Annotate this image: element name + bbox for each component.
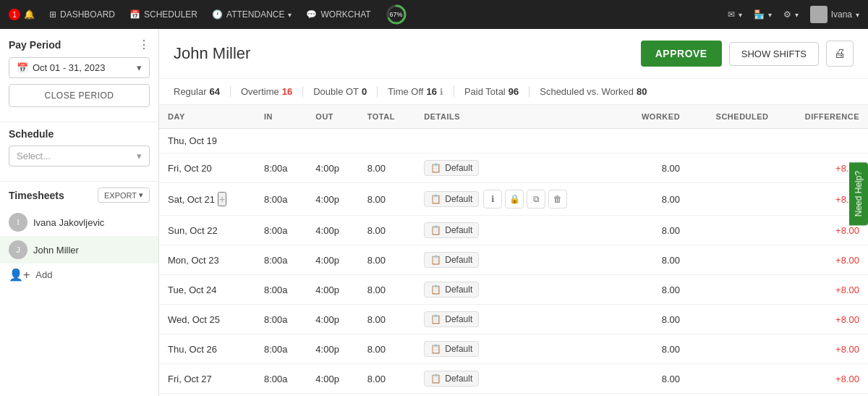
overtime-value: 16 — [282, 86, 292, 97]
time-off-value: 16 — [426, 86, 436, 97]
cell-scheduled — [689, 129, 777, 153]
col-total: TOTAL — [359, 105, 416, 129]
cell-difference — [778, 129, 868, 153]
nav-workchat[interactable]: 💬 WORKCHAT — [306, 9, 370, 20]
show-shifts-button[interactable]: SHOW SHIFTS — [729, 42, 819, 66]
schedule-chevron-icon: ▾ — [137, 151, 142, 161]
help-button[interactable]: Need Help? — [849, 162, 868, 225]
summary-regular: Regular 64 — [174, 86, 231, 97]
schedule-tag[interactable]: 📋Default — [424, 341, 479, 357]
cell-difference: +8.00 — [778, 305, 868, 334]
schedule-tag[interactable]: 📋Default — [424, 222, 479, 238]
cell-day: Sun, Oct 22 — [159, 216, 255, 245]
pay-period-more-button[interactable]: ⋮ — [138, 38, 150, 51]
timesheets-title: Timesheets — [9, 190, 64, 201]
cell-day: Wed, Oct 25 — [159, 305, 255, 334]
attendance-chevron: ▾ — [288, 11, 292, 19]
print-icon: 🖨 — [834, 47, 846, 59]
main-layout: Pay Period ⋮ 📅 Oct 01 - 31, 2023 ▾ CLOSE… — [0, 29, 868, 396]
paid-total-label: Paid Total — [464, 86, 506, 97]
copy-action-button[interactable]: ⧉ — [527, 190, 545, 208]
cell-worked: 8.00 — [618, 245, 689, 275]
cell-in: 8:00a — [255, 334, 307, 364]
cell-out: 4:00p — [307, 364, 358, 394]
time-off-info-icon[interactable]: ℹ — [440, 87, 443, 97]
cell-details: 📋Default — [415, 334, 618, 364]
double-ot-value: 0 — [362, 86, 367, 97]
summary-time-off: Time Off 16 ℹ — [388, 86, 454, 97]
bell-notification[interactable]: 1 🔔 — [9, 9, 35, 20]
date-range-value: Oct 01 - 31, 2023 — [33, 62, 137, 73]
delete-action-button[interactable]: 🗑 — [548, 190, 567, 208]
schedule-tag[interactable]: 📋Default — [424, 371, 479, 387]
store-button[interactable]: 🏪 ▾ — [754, 9, 772, 20]
schedule-tag[interactable]: 📋Default — [424, 311, 479, 327]
date-range-select[interactable]: 📅 Oct 01 - 31, 2023 ▾ — [9, 57, 150, 78]
timesheet-user-john[interactable]: J John Miller — [0, 236, 158, 264]
add-shift-button[interactable]: + — [218, 192, 226, 206]
nav-dashboard[interactable]: ⊞ DASHBOARD — [49, 9, 115, 20]
cell-difference: +8.00 — [778, 245, 868, 275]
cell-in — [255, 129, 307, 153]
scheduled-worked-value: 80 — [637, 86, 647, 97]
summary-overtime: Overtime 16 — [241, 86, 303, 97]
tag-calendar-icon: 📋 — [430, 255, 441, 265]
export-button[interactable]: EXPORT ▾ — [98, 188, 150, 203]
progress-ring[interactable]: 67% — [386, 4, 407, 25]
messages-button[interactable]: ✉ ▾ — [728, 9, 742, 20]
cell-worked: 8.00 — [618, 334, 689, 364]
schedule-tag[interactable]: 📋Default — [424, 252, 479, 268]
table-row: Thu, Oct 268:00a4:00p8.00📋Default8.00+8.… — [159, 334, 868, 364]
tag-label: Default — [445, 285, 472, 295]
scheduler-icon: 📅 — [129, 9, 140, 20]
tag-calendar-icon: 📋 — [430, 194, 441, 204]
info-action-button[interactable]: ℹ — [483, 190, 502, 208]
timesheet-user-ivana[interactable]: I Ivana Jakovljevic — [0, 208, 158, 236]
main-content: John Miller APPROVE SHOW SHIFTS 🖨 Regula… — [159, 29, 868, 396]
cell-scheduled — [689, 364, 777, 394]
cell-worked: 8.00 — [618, 364, 689, 394]
table-row: Thu, Oct 19 — [159, 129, 868, 153]
print-button[interactable]: 🖨 — [826, 41, 854, 67]
user-menu[interactable]: Ivana ▾ — [810, 6, 859, 23]
summary-bar: Regular 64 Overtime 16 Double OT 0 Time … — [159, 79, 868, 105]
schedule-tag[interactable]: 📋Default — [424, 160, 479, 176]
notification-badge: 1 — [9, 9, 20, 20]
john-avatar: J — [9, 240, 27, 259]
add-user-row[interactable]: 👤+ Add — [0, 264, 158, 286]
workchat-icon: 💬 — [306, 9, 317, 20]
table-row: Sun, Oct 228:00a4:00p8.00📋Default8.00+8.… — [159, 216, 868, 245]
schedule-tag[interactable]: 📋Default — [424, 282, 479, 298]
sidebar: Pay Period ⋮ 📅 Oct 01 - 31, 2023 ▾ CLOSE… — [0, 29, 159, 396]
cell-in: 8:00a — [255, 364, 307, 394]
dashboard-icon: ⊞ — [49, 9, 56, 20]
cell-details: 📋Default — [415, 364, 618, 394]
cell-difference: +8.00 — [778, 364, 868, 394]
tag-calendar-icon: 📋 — [430, 285, 441, 295]
cell-out: 4:00p — [307, 216, 358, 245]
schedule-section: Schedule Select... ▾ — [0, 128, 158, 167]
approve-button[interactable]: APPROVE — [641, 41, 722, 67]
cell-total: 8.00 — [359, 216, 416, 245]
cell-worked — [618, 129, 689, 153]
nav-scheduler[interactable]: 📅 SCHEDULER — [129, 9, 197, 20]
tag-calendar-icon: 📋 — [430, 344, 441, 354]
settings-button[interactable]: ⚙ ▾ — [783, 9, 799, 20]
cell-total: 8.00 — [359, 334, 416, 364]
close-period-button[interactable]: CLOSE PERIOD — [9, 84, 150, 107]
table-header-row: DAY IN OUT TOTAL DETAILS WORKED SCHEDULE… — [159, 105, 868, 129]
table-row: Tue, Oct 248:00a4:00p8.00📋Default8.00+8.… — [159, 275, 868, 305]
cell-scheduled — [689, 275, 777, 305]
store-chevron: ▾ — [768, 11, 772, 19]
progress-pct: 67% — [390, 11, 403, 18]
cell-in: 8:00a — [255, 183, 307, 216]
messages-chevron: ▾ — [739, 11, 742, 19]
cell-day: Sat, Oct 21+ — [159, 183, 255, 216]
timesheet-table: DAY IN OUT TOTAL DETAILS WORKED SCHEDULE… — [159, 105, 868, 394]
col-in: IN — [255, 105, 307, 129]
schedule-select[interactable]: Select... ▾ — [9, 146, 150, 167]
nav-attendance[interactable]: 🕐 ATTENDANCE ▾ — [212, 9, 292, 20]
cell-out: 4:00p — [307, 153, 358, 183]
lock-action-button[interactable]: 🔒 — [505, 190, 524, 208]
schedule-tag[interactable]: 📋Default — [424, 191, 479, 207]
